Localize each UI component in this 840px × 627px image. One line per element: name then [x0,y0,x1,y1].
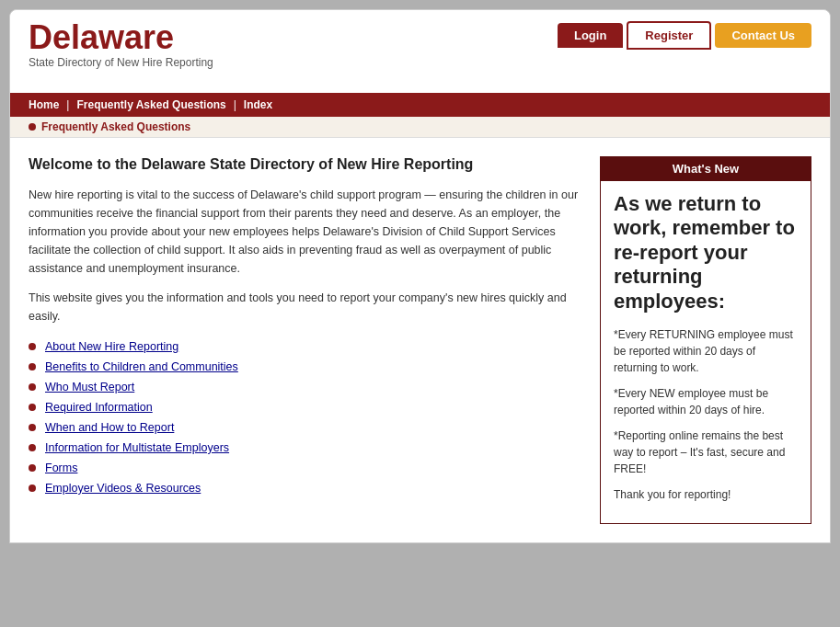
nav-sep-1: | [66,98,69,111]
intro-text: New hire reporting is vital to the succe… [29,186,581,278]
list-link[interactable]: Required Information [45,401,153,414]
logo-subtitle: State Directory of New Hire Reporting [29,56,213,69]
logo: Delaware State Directory of New Hire Rep… [29,21,213,69]
list-link[interactable]: Who Must Report [45,381,134,393]
header-buttons: Login Register Contact Us [558,21,811,50]
list-item: About New Hire Reporting [29,340,581,353]
whats-new-paragraphs: *Every RETURNING employee must be report… [614,326,798,503]
login-button[interactable]: Login [558,23,623,48]
whats-new-body: As we return to work, remember to re-rep… [600,181,811,524]
contact-button[interactable]: Contact Us [715,23,811,48]
whats-new-para: *Reporting online remains the best way t… [614,428,798,477]
list-bullet-icon [29,464,36,472]
list-bullet-icon [29,484,36,492]
tools-text: This website gives you the information a… [29,289,581,325]
header: Delaware State Directory of New Hire Rep… [10,10,830,93]
list-item: Forms [29,462,581,474]
register-button[interactable]: Register [627,21,711,50]
link-list: About New Hire ReportingBenefits to Chil… [29,340,581,495]
list-link[interactable]: About New Hire Reporting [45,340,178,353]
list-link[interactable]: Forms [45,462,77,474]
faq-bar: Frequently Asked Questions [10,117,830,138]
list-item: Benefits to Children and Communities [29,360,581,373]
whats-new-para: Thank you for reporting! [614,486,798,503]
list-bullet-icon [29,383,36,391]
list-item: Who Must Report [29,381,581,393]
nav-faq[interactable]: Frequently Asked Questions [76,98,225,111]
list-item: When and How to Report [29,421,581,434]
list-bullet-icon [29,424,36,431]
list-link[interactable]: Employer Videos & Resources [45,482,201,495]
list-item: Employer Videos & Resources [29,482,581,495]
left-content: Welcome to the Delaware State Directory … [29,156,600,524]
list-item: Required Information [29,401,581,414]
list-bullet-icon [29,343,36,350]
faq-bullet-icon [29,123,36,131]
logo-main: Delaware [29,18,174,56]
whats-new-para: *Every RETURNING employee must be report… [614,326,798,376]
whats-new-para: *Every NEW employee must be reported wit… [614,385,798,418]
nav-sep-2: | [234,98,236,111]
navbar: Home | Frequently Asked Questions | Inde… [10,93,830,117]
whats-new-header: What's New [600,156,811,181]
list-bullet-icon [29,444,36,451]
page-title: Welcome to the Delaware State Directory … [29,156,581,173]
nav-home[interactable]: Home [29,98,59,111]
list-link[interactable]: When and How to Report [45,421,174,434]
list-item: Information for Multistate Employers [29,441,581,454]
nav-index[interactable]: Index [244,98,272,111]
list-link[interactable]: Benefits to Children and Communities [45,360,238,373]
whats-new-headline: As we return to work, remember to re-rep… [614,192,798,314]
list-bullet-icon [29,404,36,411]
faq-link[interactable]: Frequently Asked Questions [41,120,190,133]
right-sidebar: What's New As we return to work, remembe… [600,156,811,524]
list-bullet-icon [29,363,36,370]
main-content: Welcome to the Delaware State Directory … [10,138,830,542]
list-link[interactable]: Information for Multistate Employers [45,441,229,454]
